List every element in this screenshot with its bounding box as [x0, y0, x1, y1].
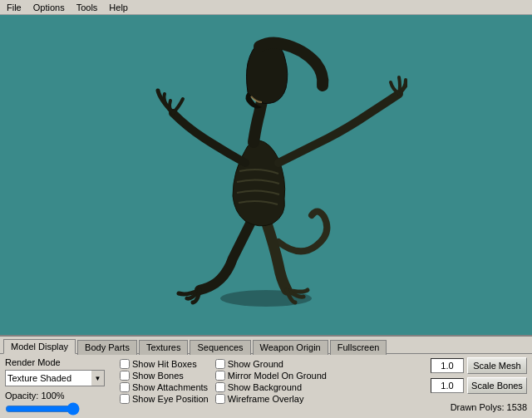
scale-bones-button[interactable]: Scale Bones — [467, 377, 527, 394]
show-background-input[interactable] — [215, 382, 225, 392]
controls-area: Render Mode Wireframe Flat Shaded Smooth… — [0, 354, 532, 418]
tab-model-display[interactable]: Model Display — [3, 339, 76, 354]
show-hit-boxes-label: Show Hit Boxes — [132, 359, 197, 369]
scale-mesh-row: Scale Mesh — [431, 357, 527, 374]
show-background-label: Show Background — [228, 382, 302, 392]
wireframe-overlay-label: Wireframe Overlay — [228, 394, 304, 404]
checkbox-show-attachments[interactable]: Show Attachments — [120, 382, 209, 392]
checkboxes-col2: Show Ground Mirror Model On Ground Show … — [215, 359, 327, 404]
menu-options[interactable]: Options — [30, 2, 68, 13]
checkbox-wireframe-overlay[interactable]: Wireframe Overlay — [215, 394, 327, 404]
render-mode-select[interactable]: Wireframe Flat Shaded Smooth Shaded Text… — [5, 370, 92, 386]
show-ground-label: Show Ground — [228, 359, 283, 369]
checkbox-show-hit-boxes[interactable]: Show Hit Boxes — [120, 359, 209, 369]
show-hit-boxes-input[interactable] — [120, 359, 130, 369]
show-bones-input[interactable] — [120, 371, 130, 381]
checkbox-show-bones[interactable]: Show Bones — [120, 371, 209, 381]
opacity-slider-row — [5, 403, 113, 415]
mirror-model-input[interactable] — [215, 371, 225, 381]
checkbox-mirror-model[interactable]: Mirror Model On Ground — [215, 371, 327, 381]
tab-weapon-origin[interactable]: Weapon Origin — [253, 340, 328, 355]
scale-section: Scale Mesh Scale Bones Drawn Polys: 1538 — [431, 357, 527, 412]
show-bones-label: Show Bones — [132, 371, 184, 381]
menu-file[interactable]: File — [3, 2, 25, 13]
render-mode-label: Render Mode — [5, 357, 113, 367]
menubar: File Options Tools Help — [0, 0, 532, 15]
wireframe-overlay-input[interactable] — [215, 394, 225, 404]
opacity-label: Opacity: 100% — [5, 391, 113, 401]
scale-mesh-button[interactable]: Scale Mesh — [467, 357, 527, 374]
bottom-panel: Model Display Body Parts Textures Sequen… — [0, 335, 532, 418]
render-mode-arrow[interactable]: ▼ — [91, 370, 105, 386]
checkboxes-col1: Show Hit Boxes Show Bones Show Attachmen… — [120, 359, 209, 404]
show-eye-position-input[interactable] — [120, 394, 130, 404]
opacity-slider[interactable] — [5, 403, 80, 415]
checkbox-show-ground[interactable]: Show Ground — [215, 359, 327, 369]
mirror-model-label: Mirror Model On Ground — [228, 371, 327, 381]
tab-textures[interactable]: Textures — [139, 340, 189, 355]
drawn-polys-label: Drawn Polys: 1538 — [451, 402, 527, 412]
menu-help[interactable]: Help — [106, 2, 131, 13]
tab-sequences[interactable]: Sequences — [190, 340, 250, 355]
alien-model-container — [0, 15, 532, 335]
scale-bones-input[interactable] — [431, 378, 464, 393]
viewport — [0, 15, 532, 335]
show-attachments-input[interactable] — [120, 382, 130, 392]
scale-mesh-input[interactable] — [431, 358, 464, 373]
tab-fullscreen[interactable]: Fullscreen — [330, 340, 387, 355]
show-attachments-label: Show Attachments — [132, 382, 208, 392]
checkbox-show-background[interactable]: Show Background — [215, 382, 327, 392]
render-mode-select-wrapper: Wireframe Flat Shaded Smooth Shaded Text… — [5, 370, 113, 386]
drawn-polys: Drawn Polys: 1538 — [431, 402, 527, 412]
tabs-bar: Model Display Body Parts Textures Sequen… — [0, 337, 532, 354]
controls-main-row: Render Mode Wireframe Flat Shaded Smooth… — [5, 357, 527, 415]
tab-body-parts[interactable]: Body Parts — [77, 340, 137, 355]
menu-tools[interactable]: Tools — [73, 2, 101, 13]
show-ground-input[interactable] — [215, 359, 225, 369]
checkbox-show-eye-position[interactable]: Show Eye Position — [120, 394, 209, 404]
alien-model — [125, 34, 407, 317]
scale-bones-row: Scale Bones — [431, 377, 527, 394]
main-window: Model Display Body Parts Textures Sequen… — [0, 15, 532, 418]
render-mode-section: Render Mode Wireframe Flat Shaded Smooth… — [5, 357, 113, 415]
show-eye-position-label: Show Eye Position — [132, 394, 209, 404]
